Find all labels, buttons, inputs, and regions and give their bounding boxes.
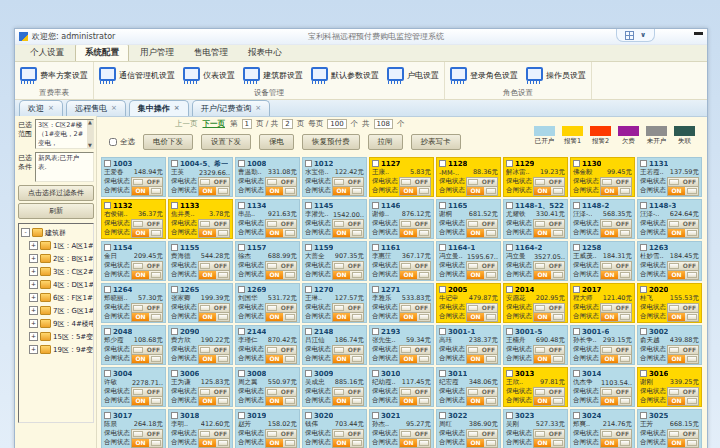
selected-condition-box[interactable]: 新风表;已开户表. bbox=[35, 152, 94, 182]
card-checkbox[interactable] bbox=[372, 412, 379, 419]
grid-icon[interactable] bbox=[625, 31, 634, 40]
gate-status-toggle[interactable]: ON bbox=[332, 186, 364, 196]
control-button[interactable]: 电价下发 bbox=[143, 134, 193, 150]
card-checkbox[interactable] bbox=[640, 370, 647, 377]
gate-status-toggle[interactable]: ON bbox=[600, 438, 632, 448]
card-checkbox[interactable] bbox=[506, 160, 513, 167]
control-button[interactable]: 恢复预付费 bbox=[302, 134, 360, 150]
ribbon-button[interactable]: 户电设置 bbox=[387, 67, 439, 84]
card-checkbox[interactable] bbox=[573, 370, 580, 377]
selected-range-box[interactable]: 3区：C区2#楼（1#变电，2#变电， bbox=[35, 119, 94, 149]
gate-status-toggle[interactable]: ON bbox=[131, 228, 163, 238]
card-checkbox[interactable] bbox=[104, 286, 111, 293]
card-checkbox[interactable] bbox=[640, 286, 647, 293]
filter-select-button[interactable]: 点击选择过滤条件 bbox=[18, 185, 94, 201]
gate-status-toggle[interactable]: ON bbox=[667, 312, 699, 322]
gate-status-toggle[interactable]: ON bbox=[198, 438, 230, 448]
document-tab[interactable]: 欢迎 bbox=[19, 100, 63, 116]
card-checkbox[interactable] bbox=[439, 202, 446, 209]
gate-status-toggle[interactable]: ON bbox=[466, 438, 498, 448]
card-checkbox[interactable] bbox=[573, 286, 580, 293]
control-button[interactable]: 设置下发 bbox=[201, 134, 251, 150]
tree-item[interactable]: 9区：4#楼电井（4 bbox=[21, 317, 93, 330]
card-checkbox[interactable] bbox=[171, 160, 178, 167]
expand-icon[interactable] bbox=[29, 319, 38, 328]
gate-status-toggle[interactable]: ON bbox=[600, 312, 632, 322]
ribbon-button[interactable]: 费率方案设置 bbox=[20, 67, 88, 84]
menu-tab[interactable]: 报表中心 bbox=[239, 45, 291, 61]
gate-status-toggle[interactable]: ON bbox=[332, 396, 364, 406]
card-checkbox[interactable] bbox=[171, 370, 178, 377]
card-checkbox[interactable] bbox=[305, 286, 312, 293]
gate-status-toggle[interactable]: ON bbox=[131, 354, 163, 364]
select-all[interactable]: 全选 bbox=[109, 137, 135, 147]
card-checkbox[interactable] bbox=[171, 412, 178, 419]
card-checkbox[interactable] bbox=[104, 244, 111, 251]
ribbon-button[interactable]: 建筑群设置 bbox=[243, 67, 303, 84]
gate-status-toggle[interactable]: ON bbox=[533, 186, 565, 196]
gate-status-toggle[interactable]: ON bbox=[198, 396, 230, 406]
card-checkbox[interactable] bbox=[439, 286, 446, 293]
expand-icon[interactable] bbox=[29, 254, 38, 263]
card-checkbox[interactable] bbox=[439, 412, 446, 419]
card-checkbox[interactable] bbox=[171, 202, 178, 209]
gate-status-toggle[interactable]: ON bbox=[466, 270, 498, 280]
menu-tab[interactable]: 用户管理 bbox=[131, 45, 183, 61]
gate-status-toggle[interactable]: ON bbox=[265, 396, 297, 406]
control-button[interactable]: 抄表写卡 bbox=[411, 134, 461, 150]
prev-page-link[interactable]: 上一页 bbox=[175, 119, 198, 129]
gate-status-toggle[interactable]: ON bbox=[533, 396, 565, 406]
card-checkbox[interactable] bbox=[640, 160, 647, 167]
gate-status-toggle[interactable]: ON bbox=[533, 228, 565, 238]
expand-icon[interactable] bbox=[29, 293, 38, 302]
gate-status-toggle[interactable]: ON bbox=[332, 438, 364, 448]
card-checkbox[interactable] bbox=[573, 412, 580, 419]
gate-status-toggle[interactable]: ON bbox=[533, 438, 565, 448]
menu-tab[interactable]: 系统配置 bbox=[75, 44, 129, 61]
gate-status-toggle[interactable]: ON bbox=[466, 354, 498, 364]
card-checkbox[interactable] bbox=[506, 202, 513, 209]
gate-status-toggle[interactable]: ON bbox=[332, 354, 364, 364]
tree-root[interactable]: 建筑群 bbox=[21, 226, 93, 239]
scroll-down-icon[interactable] bbox=[88, 143, 92, 148]
gate-status-toggle[interactable]: ON bbox=[198, 228, 230, 238]
gate-status-toggle[interactable]: ON bbox=[399, 228, 431, 238]
gate-status-toggle[interactable]: ON bbox=[466, 312, 498, 322]
gate-status-toggle[interactable]: ON bbox=[399, 312, 431, 322]
expand-icon[interactable] bbox=[29, 241, 38, 250]
card-checkbox[interactable] bbox=[439, 244, 446, 251]
gate-status-toggle[interactable]: ON bbox=[399, 270, 431, 280]
card-checkbox[interactable] bbox=[372, 160, 379, 167]
card-checkbox[interactable] bbox=[506, 412, 513, 419]
gate-status-toggle[interactable]: ON bbox=[667, 186, 699, 196]
card-checkbox[interactable] bbox=[305, 160, 312, 167]
card-checkbox[interactable] bbox=[506, 244, 513, 251]
card-checkbox[interactable] bbox=[238, 286, 245, 293]
gate-status-toggle[interactable]: ON bbox=[198, 354, 230, 364]
gate-status-toggle[interactable]: ON bbox=[399, 438, 431, 448]
gate-status-toggle[interactable]: ON bbox=[667, 354, 699, 364]
card-checkbox[interactable] bbox=[171, 328, 178, 335]
card-checkbox[interactable] bbox=[439, 160, 446, 167]
gate-status-toggle[interactable]: ON bbox=[332, 312, 364, 322]
menu-tab[interactable]: 售电管理 bbox=[185, 45, 237, 61]
tree-item[interactable]: 3区：C区2#井（1 bbox=[21, 265, 93, 278]
minimize-icon[interactable] bbox=[694, 32, 703, 35]
expand-icon[interactable] bbox=[29, 267, 38, 276]
gate-status-toggle[interactable]: ON bbox=[332, 228, 364, 238]
tree-item[interactable]: 4区：D区1#井（D bbox=[21, 278, 93, 291]
menu-tab[interactable]: 个人设置 bbox=[21, 45, 73, 61]
card-checkbox[interactable] bbox=[506, 286, 513, 293]
gate-status-toggle[interactable]: ON bbox=[600, 186, 632, 196]
card-checkbox[interactable] bbox=[305, 244, 312, 251]
gate-status-toggle[interactable]: ON bbox=[265, 354, 297, 364]
tree-item[interactable]: 19区：9#变电站（ bbox=[21, 343, 93, 356]
card-checkbox[interactable] bbox=[372, 286, 379, 293]
card-checkbox[interactable] bbox=[573, 244, 580, 251]
card-checkbox[interactable] bbox=[238, 160, 245, 167]
gate-status-toggle[interactable]: ON bbox=[466, 228, 498, 238]
tree-item[interactable]: 6区：F区1#井（F bbox=[21, 291, 93, 304]
expand-icon[interactable] bbox=[29, 345, 38, 354]
card-checkbox[interactable] bbox=[640, 244, 647, 251]
gate-status-toggle[interactable]: ON bbox=[600, 228, 632, 238]
